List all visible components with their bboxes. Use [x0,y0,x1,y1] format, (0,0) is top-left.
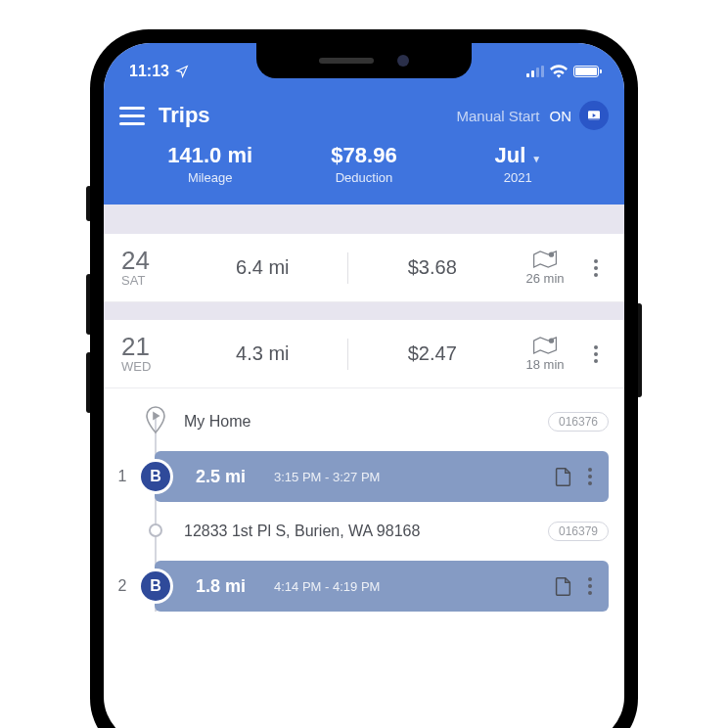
waypoint-label: 12833 1st Pl S, Burien, WA 98168 [155,523,548,540]
manual-start-state: ON [550,108,572,124]
day-miles: 4.3 mi [184,342,341,365]
map-route-icon [532,250,558,269]
day-number: 24 [121,248,184,273]
wifi-icon [550,65,568,78]
day-duration: 26 min [511,250,579,286]
section-gap [104,302,624,320]
day-duration: 18 min [511,336,579,372]
day-cost: $3.68 [354,256,512,279]
day-more-button[interactable] [585,259,607,277]
document-icon[interactable] [552,466,573,487]
menu-button[interactable] [119,107,145,125]
segment-category-badge: B [141,571,170,601]
status-time: 11:13 [129,63,169,80]
waypoint-start[interactable]: My Home 016376 [155,400,624,443]
day-of-week: WED [121,359,184,374]
segment-time: 3:15 PM - 3:27 PM [274,470,552,484]
day-miles: 6.4 mi [184,256,341,279]
stat-mileage: 141.0 mi Mileage [133,143,287,185]
manual-start-label: Manual Start [456,108,539,124]
start-pin-icon [144,405,167,438]
segment-miles: 2.5 mi [196,467,274,487]
battery-icon [573,66,599,77]
location-icon [175,65,189,78]
day-summary-row[interactable]: 21 WED 4.3 mi $2.47 18 min [104,320,624,388]
svg-point-3 [549,339,553,342]
trip-segment[interactable]: 2 B 1.8 mi 4:14 PM - 4:19 PM [155,561,609,612]
section-gap [104,205,624,234]
summary-stats: 141.0 mi Mileage $78.96 Deduction Jul▼ 2… [119,137,609,189]
chevron-down-icon: ▼ [531,154,541,164]
trip-segment[interactable]: 1 B 2.5 mi 3:15 PM - 3:27 PM [155,451,609,502]
day-cost: $2.47 [354,342,512,365]
waypoint-id-badge: 016376 [548,412,609,432]
signal-icon [526,66,544,77]
document-icon[interactable] [552,575,573,597]
waypoint-id-badge: 016379 [548,522,609,541]
segment-index: 1 [114,468,131,485]
day-number: 21 [121,334,184,359]
segment-more-button[interactable] [581,577,599,595]
waypoint-stop[interactable]: 12833 1st Pl S, Burien, WA 98168 016379 [155,510,624,553]
segment-more-button[interactable] [581,468,599,485]
map-route-icon [532,336,558,355]
svg-point-2 [549,252,553,256]
day-of-week: SAT [121,273,184,288]
day-more-button[interactable] [585,345,607,363]
segment-time: 4:14 PM - 4:19 PM [274,579,552,594]
segment-index: 2 [114,577,131,595]
tutorial-button[interactable] [579,101,609,130]
stat-deduction: $78.96 Deduction [287,143,440,185]
manual-start-toggle[interactable]: Manual Start ON [456,108,571,124]
svg-rect-1 [588,118,600,119]
waypoint-dot-icon [149,523,162,537]
waypoint-label: My Home [155,413,548,431]
segment-miles: 1.8 mi [196,576,274,597]
period-selector[interactable]: Jul▼ 2021 [441,143,595,185]
segment-category-badge: B [141,462,170,491]
day-summary-row[interactable]: 24 SAT 6.4 mi $3.68 26 min [104,234,624,302]
page-title: Trips [159,103,210,128]
